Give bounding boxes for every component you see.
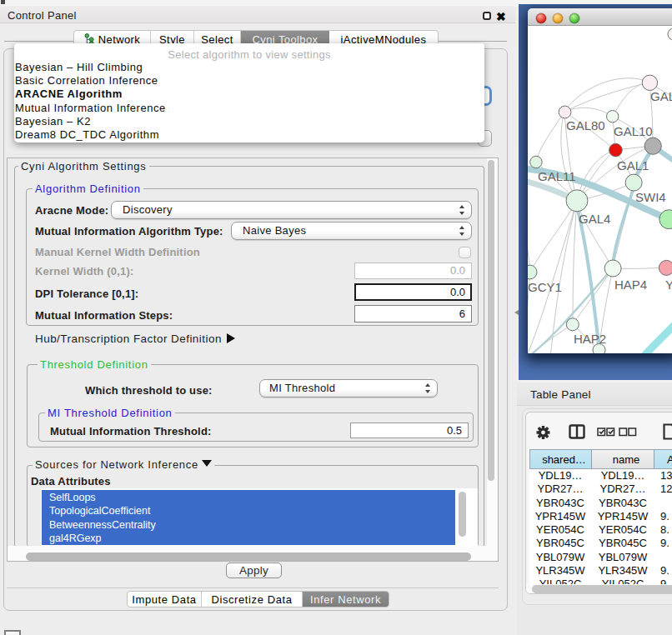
- svg-text:GAL7: GAL7: [650, 89, 672, 103]
- svg-text:YM: YM: [665, 278, 672, 292]
- svg-text:SWI4: SWI4: [635, 190, 666, 204]
- svg-text:GAL1: GAL1: [617, 158, 649, 172]
- svg-text:GAL4: GAL4: [579, 212, 610, 226]
- svg-text:GAL10: GAL10: [614, 124, 653, 138]
- svg-text:GAL11: GAL11: [538, 169, 576, 183]
- svg-text:HAP4: HAP4: [614, 278, 647, 292]
- svg-text:GAL80: GAL80: [566, 118, 605, 132]
- svg-text:HAP2: HAP2: [574, 332, 606, 346]
- svg-text:GCY1: GCY1: [528, 280, 562, 294]
